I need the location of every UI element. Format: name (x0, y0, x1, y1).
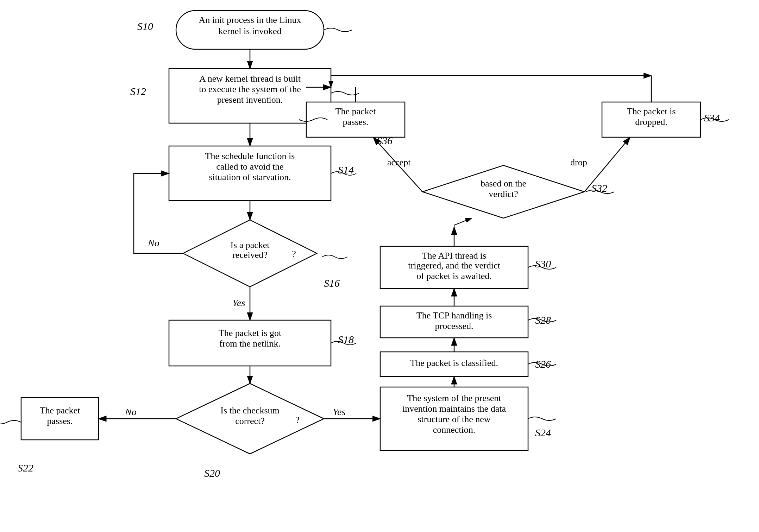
s22-text2: passes. (47, 416, 73, 426)
s36-text2: passes. (343, 117, 369, 127)
s16-qmark: ? (292, 249, 296, 259)
s28-label: S28 (535, 314, 551, 326)
s28-text1: The TCP handling is (416, 310, 492, 321)
drop-label: drop (570, 157, 587, 167)
s20-text2: correct? (235, 416, 265, 426)
no-label-s16: No (148, 238, 159, 248)
s22-label: S22 (18, 462, 33, 474)
s16-label: S16 (324, 277, 340, 289)
s28-text2: processed. (435, 321, 473, 331)
s36-text1: The packet (335, 106, 376, 116)
s32-text1: based on the (481, 178, 526, 189)
s14-text2: called to avoid the (216, 162, 283, 172)
s16-text2: received? (232, 250, 268, 260)
s20-label: S20 (204, 467, 220, 479)
s24-text4: connection. (433, 425, 476, 435)
s30-text1: The API thread is (422, 251, 487, 261)
no-label-s20: No (125, 406, 137, 417)
s18-text1: The packet is got (219, 328, 282, 338)
s14-text1: The schedule function is (205, 151, 295, 161)
s30-text3: of packet is awaited. (416, 271, 492, 281)
s26-label: S26 (535, 358, 551, 370)
s24-text1: The system of the present (407, 393, 501, 403)
s24-text3: structure of the new (418, 414, 490, 424)
s10-text: An init process in the Linux (199, 15, 301, 25)
s10-label: S10 (137, 20, 153, 32)
s30-text2: triggered, and the verdict (408, 260, 500, 271)
s26-text: The packet is classified. (410, 358, 498, 368)
flowchart-container: An init process in the Linux kernel is i… (0, 0, 759, 532)
s18-text2: from the netlink. (219, 338, 281, 349)
s18-label: S18 (338, 334, 354, 345)
s32-text2: verdict? (489, 189, 518, 199)
s34-text1: The packet is (627, 106, 676, 116)
s12-text2: to execute the system of the (199, 84, 301, 94)
s12-text1: A new kernel thread is built (199, 74, 301, 84)
s34-text2: dropped. (635, 117, 667, 127)
s10-text2: kernel is invoked (218, 26, 281, 36)
s32-label: S32 (591, 182, 607, 194)
s12-text3: present invention. (217, 95, 283, 105)
svg-line-27 (584, 137, 630, 192)
yes-label-s20: Yes (333, 406, 345, 417)
s14-label: S14 (338, 164, 354, 176)
s14-text3: situation of starvation. (209, 172, 291, 182)
s24-label: S24 (535, 427, 551, 438)
yes-label-s16: Yes (232, 297, 245, 308)
s12-label: S12 (130, 86, 146, 97)
s22-text1: The packet (40, 405, 81, 416)
s20-text1: Is the checksum (220, 405, 280, 416)
s20-qmark: ? (295, 415, 300, 425)
svg-line-25 (454, 218, 472, 225)
s16-text1: Is a packet (230, 240, 270, 250)
s24-text2: invention maintains the data (402, 404, 506, 414)
s36-label: S36 (377, 135, 393, 146)
